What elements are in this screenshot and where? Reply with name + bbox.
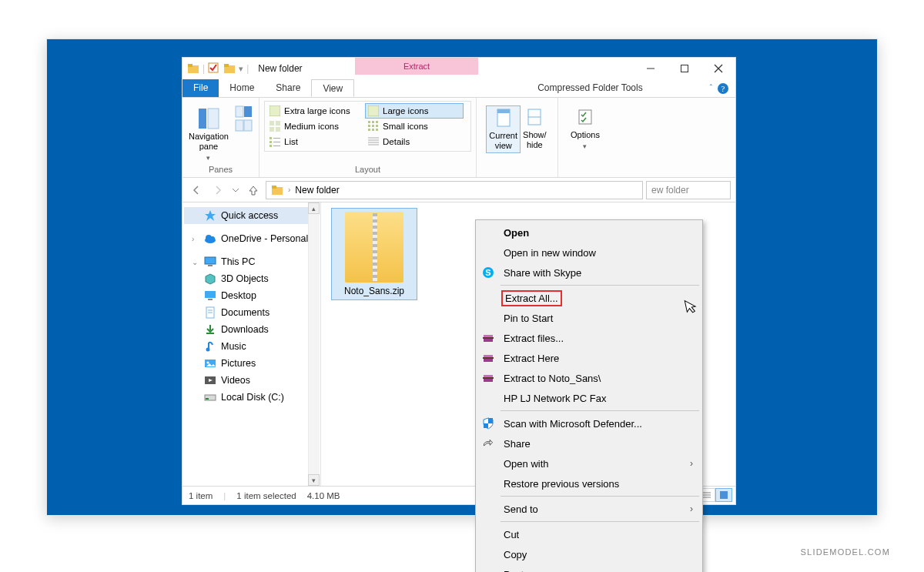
ctx-open-new-window[interactable]: Open in new window: [477, 243, 701, 263]
svg-rect-46: [579, 110, 591, 124]
svg-rect-57: [208, 299, 213, 300]
svg-rect-79: [484, 355, 493, 357]
recent-dropdown[interactable]: [230, 181, 241, 199]
layout-extra-large[interactable]: Extra large icons: [266, 103, 365, 119]
tab-view[interactable]: View: [311, 79, 354, 97]
search-box[interactable]: ew folder: [646, 181, 731, 199]
navigation-pane-label: Navigation pane: [189, 132, 229, 152]
window-title: New folder: [258, 63, 302, 74]
scroll-up-icon[interactable]: ▴: [308, 202, 320, 214]
svg-marker-55: [206, 274, 215, 284]
tree-desktop[interactable]: Desktop: [184, 287, 319, 304]
ctx-extract-to[interactable]: Extract to Noto_Sans\: [477, 368, 701, 388]
tree-downloads[interactable]: Downloads: [184, 321, 319, 338]
show-hide-button[interactable]: Show/ hide: [521, 105, 548, 152]
svg-point-52: [210, 236, 215, 241]
layout-medium[interactable]: Medium icons: [266, 119, 365, 134]
tab-file[interactable]: File: [182, 79, 219, 97]
svg-rect-22: [276, 127, 280, 132]
close-button[interactable]: [701, 58, 735, 79]
tree-pictures[interactable]: Pictures: [184, 355, 319, 372]
checkbox-icon[interactable]: [208, 62, 220, 75]
svg-rect-36: [270, 145, 272, 147]
tree-local-disk[interactable]: Local Disk (C:): [184, 389, 319, 406]
tree-this-pc[interactable]: ⌄ This PC: [184, 253, 319, 270]
winrar-icon: [480, 351, 496, 365]
tab-share[interactable]: Share: [265, 79, 311, 97]
chevron-right-icon: ›: [690, 458, 693, 469]
status-size: 4.10 MB: [307, 491, 340, 500]
ribbon-group-currentview: Current view Show/ hide: [477, 98, 558, 177]
tree-quick-access[interactable]: Quick access: [184, 207, 319, 224]
ctx-extract-here[interactable]: Extract Here: [477, 348, 701, 368]
tree-3d-objects[interactable]: 3D Objects: [184, 270, 319, 287]
layout-details[interactable]: Details: [365, 134, 464, 149]
navigation-pane-button[interactable]: Navigation pane ▾: [187, 105, 230, 165]
tree-videos[interactable]: Videos: [184, 372, 319, 389]
ctx-share[interactable]: Share: [477, 433, 701, 453]
scroll-down-icon[interactable]: ▾: [308, 474, 320, 486]
document-icon: [204, 306, 216, 319]
ctx-open[interactable]: Open: [477, 222, 701, 243]
forward-button[interactable]: [209, 181, 227, 199]
tab-home[interactable]: Home: [219, 79, 265, 97]
help-icon[interactable]: ?: [717, 82, 729, 95]
up-button[interactable]: [244, 181, 263, 199]
svg-rect-72: [720, 491, 728, 499]
ctx-extract-files[interactable]: Extract files...: [477, 328, 701, 348]
tree-music[interactable]: Music: [184, 338, 319, 355]
folder-icon: [187, 62, 199, 75]
svg-marker-49: [205, 210, 216, 221]
address-bar[interactable]: › New folder: [266, 181, 643, 199]
svg-rect-25: [376, 121, 378, 123]
ctx-share-skype[interactable]: SShare with Skype: [477, 263, 701, 283]
ctx-hp-fax[interactable]: HP LJ Network PC Fax: [477, 388, 701, 408]
ctx-pin-start[interactable]: Pin to Start: [477, 308, 701, 328]
ctx-copy[interactable]: Copy: [477, 544, 701, 564]
svg-rect-43: [497, 109, 510, 113]
collapse-ribbon-icon[interactable]: ˆ: [710, 84, 712, 92]
ctx-cut[interactable]: Cut: [477, 524, 701, 544]
tab-compressed-folder-tools[interactable]: Compressed Folder Tools: [527, 79, 654, 97]
ctx-defender-scan[interactable]: Scan with Microsoft Defender...: [477, 413, 701, 433]
shield-icon: [480, 416, 496, 430]
presentation-frame: | ▾ | New folder Extract File Home: [46, 38, 878, 516]
layout-small[interactable]: Small icons: [365, 119, 464, 134]
tree-onedrive[interactable]: › OneDrive - Personal: [184, 230, 319, 247]
svg-rect-15: [236, 120, 243, 131]
svg-rect-13: [236, 106, 243, 117]
svg-rect-14: [244, 106, 252, 117]
svg-rect-29: [368, 129, 370, 131]
current-view-button[interactable]: Current view: [486, 105, 521, 153]
ctx-extract-all[interactable]: Extract All...: [477, 288, 701, 308]
ctx-open-with[interactable]: Open with›: [477, 453, 701, 473]
large-icons-toggle[interactable]: [715, 488, 732, 502]
svg-rect-34: [270, 141, 272, 143]
cube-icon: [204, 273, 216, 285]
maximize-button[interactable]: [668, 58, 701, 79]
ctx-send-to[interactable]: Send to›: [477, 499, 701, 519]
layout-large[interactable]: Large icons: [365, 103, 464, 119]
file-name: Noto_Sans.zip: [335, 286, 413, 296]
ctx-restore-versions[interactable]: Restore previous versions: [477, 473, 701, 493]
layout-list[interactable]: List: [266, 134, 365, 149]
monitor-icon: [204, 256, 216, 268]
chevron-right-icon: ›: [690, 503, 693, 514]
file-zip-item[interactable]: Noto_Sans.zip: [332, 209, 417, 299]
tree-documents[interactable]: Documents: [184, 304, 319, 321]
navigation-pane[interactable]: ▴ ▾ Quick access › OneDrive - Personal: [182, 202, 321, 486]
preview-pane-icon[interactable]: [235, 105, 254, 133]
breadcrumb-item[interactable]: New folder: [295, 185, 339, 196]
minimize-button[interactable]: [634, 58, 668, 79]
status-item-count: 1 item: [189, 491, 213, 500]
contextual-tab-label[interactable]: Extract: [355, 58, 478, 75]
ctx-paste[interactable]: Paste: [477, 564, 701, 572]
svg-text:?: ?: [721, 84, 725, 93]
scrollbar[interactable]: [308, 214, 320, 474]
options-button[interactable]: Options ▾: [569, 105, 601, 153]
svg-rect-6: [681, 65, 688, 72]
svg-rect-11: [199, 109, 206, 129]
folder-small-icon[interactable]: [223, 62, 236, 75]
back-button[interactable]: [187, 181, 206, 199]
svg-rect-31: [376, 129, 378, 131]
